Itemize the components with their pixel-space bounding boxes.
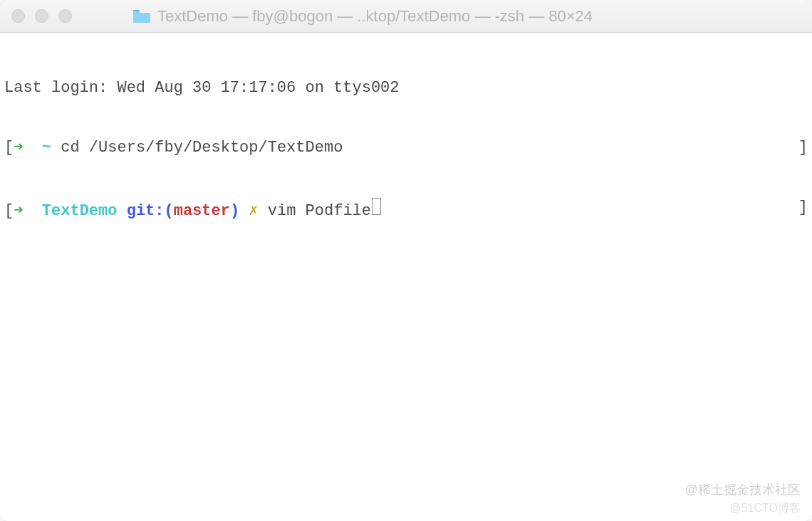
last-login-text: Last login: Wed Aug 30 17:17:06 on ttys0… [4,78,400,98]
last-login-line: Last login: Wed Aug 30 17:17:06 on ttys0… [4,78,808,98]
traffic-lights [11,9,72,23]
prompt-line-1: [➜ ~ cd /Users/fby/Desktop/TextDemo ] [4,138,808,158]
folder-icon [132,9,152,24]
window-title-text: TextDemo — fby@bogon — ..ktop/TextDemo —… [157,7,593,26]
window-title: TextDemo — fby@bogon — ..ktop/TextDemo —… [132,7,593,26]
terminal-content[interactable]: Last login: Wed Aug 30 17:17:06 on ttys0… [0,33,812,521]
cwd-dirname: TextDemo [42,201,118,221]
close-button[interactable] [11,9,25,23]
window-titlebar[interactable]: TextDemo — fby@bogon — ..ktop/TextDemo —… [0,0,812,33]
command-cd: cd /Users/fby/Desktop/TextDemo [61,138,343,158]
bracket-open: [ [4,138,14,158]
git-branch: master [174,201,230,221]
maximize-button[interactable] [58,9,72,23]
watermark-juejin: @稀土掘金技术社区 [685,480,801,500]
bracket-close: ] [798,138,808,158]
prompt-arrow-icon: ➜ [14,201,23,221]
cursor [372,198,381,215]
git-dirty-icon: ✗ [249,201,258,221]
bracket-close: ] [798,198,808,221]
minimize-button[interactable] [35,9,48,23]
watermark-51cto: @51CTO博客 [729,498,801,518]
prompt-line-2: [➜ TextDemo git:(master) ✗ vim Podfile ] [4,198,808,221]
prompt-arrow-icon: ➜ [14,138,23,158]
git-label: git: [127,201,165,221]
git-paren-close: ) [230,201,239,221]
command-vim: vim Podfile [268,201,371,221]
cwd-tilde: ~ [42,138,51,158]
bracket-open: [ [4,201,14,221]
terminal-window: TextDemo — fby@bogon — ..ktop/TextDemo —… [0,0,812,521]
git-paren-open: ( [165,201,174,221]
